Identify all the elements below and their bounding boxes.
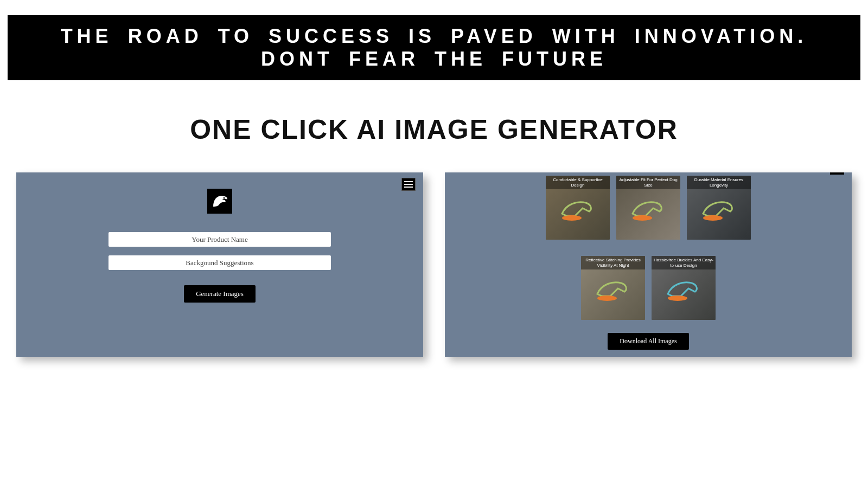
harness-icon xyxy=(700,197,739,224)
card-caption: Durable Material Ensures Longevity xyxy=(687,176,751,189)
eagle-logo-icon xyxy=(207,189,232,214)
hamburger-menu-partial-icon[interactable] xyxy=(830,172,844,175)
result-card[interactable]: Durable Material Ensures Longevity xyxy=(687,176,751,240)
generate-images-button[interactable]: Generate Images xyxy=(184,285,256,303)
result-card[interactable]: Reflective Stitching Provides Visibility… xyxy=(581,256,645,320)
svg-point-6 xyxy=(668,296,687,301)
svg-point-1 xyxy=(224,197,225,199)
left-panel-content: Generate Images xyxy=(16,172,423,303)
harness-icon xyxy=(559,197,598,224)
results-row-1: Comfortable & Supportive Design Adjustab… xyxy=(546,176,751,240)
card-caption: Hassle-free Buckles And Easy-to-use Desi… xyxy=(652,256,716,269)
harness-icon xyxy=(665,278,704,305)
page-title: ONE CLICK AI IMAGE GENERATOR xyxy=(0,114,868,145)
hamburger-menu-icon[interactable] xyxy=(401,178,416,191)
result-card[interactable]: Comfortable & Supportive Design xyxy=(546,176,610,240)
svg-point-2 xyxy=(562,215,582,221)
right-panel: Comfortable & Supportive Design Adjustab… xyxy=(445,172,852,357)
card-caption: Comfortable & Supportive Design xyxy=(546,176,610,189)
download-all-images-button[interactable]: Download All Images xyxy=(608,333,688,350)
card-caption: Reflective Stitching Provides Visibility… xyxy=(581,256,645,269)
top-banner: THE ROAD TO SUCCESS IS PAVED WITH INNOVA… xyxy=(8,15,860,80)
right-panel-content: Comfortable & Supportive Design Adjustab… xyxy=(445,172,852,350)
svg-point-3 xyxy=(633,215,652,221)
card-caption: Adjustable Fit For Perfect Dog Size xyxy=(616,176,680,189)
background-suggestions-input[interactable] xyxy=(108,255,331,270)
svg-point-4 xyxy=(703,215,723,221)
results-row-2: Reflective Stitching Provides Visibility… xyxy=(581,256,716,320)
harness-icon xyxy=(594,278,633,305)
harness-icon xyxy=(629,197,668,224)
product-name-input[interactable] xyxy=(108,232,331,247)
panels-container: Generate Images Comfortable & Supportive… xyxy=(16,172,852,357)
result-card[interactable]: Adjustable Fit For Perfect Dog Size xyxy=(616,176,680,240)
result-card[interactable]: Hassle-free Buckles And Easy-to-use Desi… xyxy=(652,256,716,320)
svg-point-5 xyxy=(597,296,617,301)
left-panel: Generate Images xyxy=(16,172,423,357)
